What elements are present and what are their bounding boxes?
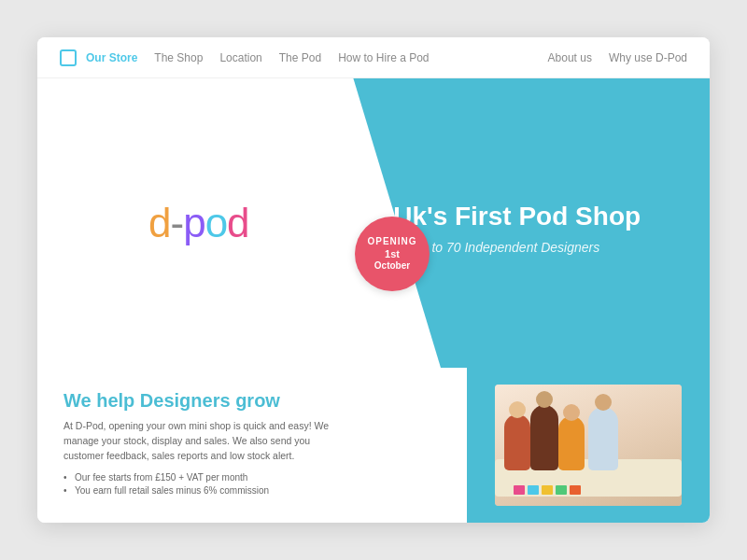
nav-link-why[interactable]: Why use D-Pod — [609, 51, 687, 64]
head-1 — [509, 401, 526, 418]
hero-subtitle: Home to 70 Independent Designers — [393, 240, 672, 255]
head-3 — [563, 404, 580, 421]
nav-right-links: About us Why use D-Pod — [548, 51, 687, 64]
grow-title: We help Designers grow — [63, 390, 441, 412]
nav-link-the-shop[interactable]: The Shop — [154, 51, 203, 64]
hero-title: Uk's First Pod Shop — [393, 201, 672, 232]
navbar: Our Store The Shop Location The Pod How … — [37, 37, 710, 78]
nav-link-about[interactable]: About us — [548, 51, 592, 64]
head-2 — [536, 391, 553, 408]
logo-area: d-pod — [37, 78, 360, 368]
papers — [514, 485, 581, 495]
bullet-item-1: Our fee starts from £150 + VAT per month — [63, 472, 441, 483]
badge-day: 1st — [385, 247, 400, 260]
person-2 — [530, 405, 558, 470]
paper-2 — [528, 485, 539, 495]
nav-logo-icon — [60, 49, 77, 66]
head-4 — [595, 394, 612, 411]
team-photo — [495, 385, 682, 506]
nav-link-location[interactable]: Location — [219, 51, 261, 64]
bottom-section: We help Designers grow At D-Pod, opening… — [37, 368, 710, 523]
nav-link-hire[interactable]: How to Hire a Pod — [338, 51, 429, 64]
logo-letter-d2: d — [227, 200, 248, 245]
person-3 — [558, 416, 585, 470]
bottom-left-content: We help Designers grow At D-Pod, opening… — [37, 368, 467, 523]
dpod-logo: d-pod — [148, 203, 249, 244]
opening-badge: OPENING 1st October — [355, 217, 430, 291]
logo-dash: - — [170, 200, 183, 245]
scene-illustration — [495, 385, 682, 506]
bottom-right-photo — [467, 368, 710, 523]
badge-opening-text: OPENING — [367, 236, 416, 247]
person-4 — [588, 407, 618, 470]
paper-5 — [570, 485, 581, 495]
bullet-item-2: You earn full retail sales minus 6% comm… — [63, 485, 441, 496]
nav-link-our-store[interactable]: Our Store — [86, 51, 137, 64]
main-card: Our Store The Shop Location The Pod How … — [37, 37, 710, 523]
person-1 — [504, 414, 530, 470]
logo-letter-d: d — [148, 200, 170, 245]
badge-month: October — [374, 260, 410, 272]
paper-4 — [556, 485, 567, 495]
paper-1 — [514, 485, 525, 495]
logo-letter-p: p — [183, 200, 204, 245]
grow-description: At D-Pod, opening your own mini shop is … — [63, 419, 334, 463]
bullet-list: Our fee starts from £150 + VAT per month… — [63, 472, 441, 496]
paper-3 — [542, 485, 553, 495]
nav-links: Our Store The Shop Location The Pod How … — [86, 51, 548, 64]
logo-letter-o: o — [205, 200, 227, 245]
hero-section: d-pod Uk's First Pod Shop Home to 70 Ind… — [37, 78, 710, 368]
nav-link-the-pod[interactable]: The Pod — [279, 51, 321, 64]
